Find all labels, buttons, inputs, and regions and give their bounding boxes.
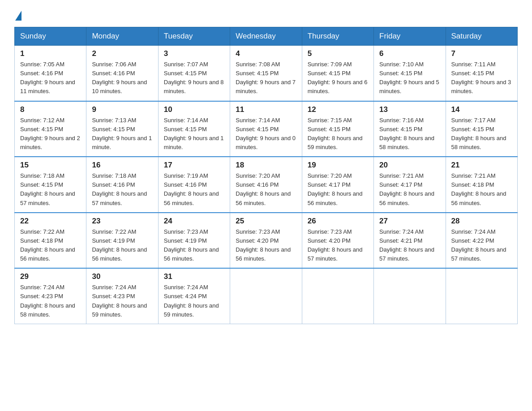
day-number: 5 [308, 49, 369, 58]
calendar-cell: 28 Sunrise: 7:24 AMSunset: 4:22 PMDaylig… [446, 213, 517, 269]
day-number: 4 [236, 49, 297, 58]
day-info: Sunrise: 7:24 AMSunset: 4:22 PMDaylight:… [451, 228, 506, 262]
day-number: 6 [379, 49, 441, 58]
calendar-week-row: 22 Sunrise: 7:22 AMSunset: 4:18 PMDaylig… [15, 213, 518, 269]
day-number: 29 [20, 272, 82, 281]
logo-arrow-icon [15, 11, 21, 21]
calendar-cell [230, 268, 302, 324]
day-number: 30 [92, 272, 153, 281]
calendar-cell: 24 Sunrise: 7:23 AMSunset: 4:19 PMDaylig… [158, 213, 230, 269]
calendar-cell [446, 268, 517, 324]
calendar-cell: 7 Sunrise: 7:11 AMSunset: 4:15 PMDayligh… [446, 46, 517, 101]
calendar-cell: 27 Sunrise: 7:24 AMSunset: 4:21 PMDaylig… [374, 213, 446, 269]
calendar-cell: 8 Sunrise: 7:12 AMSunset: 4:15 PMDayligh… [15, 101, 86, 157]
day-info: Sunrise: 7:24 AMSunset: 4:24 PMDaylight:… [164, 284, 219, 317]
calendar-cell: 25 Sunrise: 7:23 AMSunset: 4:20 PMDaylig… [230, 213, 302, 269]
day-info: Sunrise: 7:23 AMSunset: 4:20 PMDaylight:… [308, 228, 363, 262]
calendar-cell: 16 Sunrise: 7:18 AMSunset: 4:16 PMDaylig… [86, 157, 158, 213]
day-header-tuesday: Tuesday [158, 27, 230, 46]
day-number: 9 [92, 105, 153, 114]
day-info: Sunrise: 7:10 AMSunset: 4:15 PMDaylight:… [379, 61, 439, 94]
day-number: 10 [164, 105, 225, 114]
day-info: Sunrise: 7:12 AMSunset: 4:15 PMDaylight:… [20, 117, 80, 150]
calendar-week-row: 29 Sunrise: 7:24 AMSunset: 4:23 PMDaylig… [15, 268, 518, 324]
calendar-cell: 31 Sunrise: 7:24 AMSunset: 4:24 PMDaylig… [158, 268, 230, 324]
calendar-week-row: 1 Sunrise: 7:05 AMSunset: 4:16 PMDayligh… [15, 46, 518, 101]
day-number: 25 [236, 217, 297, 226]
calendar-cell: 17 Sunrise: 7:19 AMSunset: 4:16 PMDaylig… [158, 157, 230, 213]
day-number: 1 [20, 49, 82, 58]
calendar-table: SundayMondayTuesdayWednesdayThursdayFrid… [14, 27, 518, 324]
day-info: Sunrise: 7:22 AMSunset: 4:18 PMDaylight:… [20, 228, 75, 262]
calendar-cell: 1 Sunrise: 7:05 AMSunset: 4:16 PMDayligh… [15, 46, 86, 101]
calendar-cell: 21 Sunrise: 7:21 AMSunset: 4:18 PMDaylig… [446, 157, 517, 213]
calendar-cell: 29 Sunrise: 7:24 AMSunset: 4:23 PMDaylig… [15, 268, 86, 324]
day-number: 12 [308, 105, 369, 114]
calendar-cell: 11 Sunrise: 7:14 AMSunset: 4:15 PMDaylig… [230, 101, 302, 157]
calendar-cell [374, 268, 446, 324]
day-number: 2 [92, 49, 153, 58]
day-info: Sunrise: 7:15 AMSunset: 4:15 PMDaylight:… [308, 117, 363, 150]
day-header-saturday: Saturday [446, 27, 517, 46]
day-info: Sunrise: 7:17 AMSunset: 4:15 PMDaylight:… [451, 117, 506, 150]
calendar-cell: 10 Sunrise: 7:14 AMSunset: 4:15 PMDaylig… [158, 101, 230, 157]
calendar-cell: 22 Sunrise: 7:22 AMSunset: 4:18 PMDaylig… [15, 213, 86, 269]
day-info: Sunrise: 7:06 AMSunset: 4:16 PMDaylight:… [92, 61, 147, 94]
calendar-cell: 13 Sunrise: 7:16 AMSunset: 4:15 PMDaylig… [374, 101, 446, 157]
day-header-sunday: Sunday [15, 27, 86, 46]
day-info: Sunrise: 7:20 AMSunset: 4:16 PMDaylight:… [236, 172, 291, 206]
day-header-thursday: Thursday [302, 27, 373, 46]
day-number: 23 [92, 217, 153, 226]
logo [14, 11, 22, 19]
day-info: Sunrise: 7:24 AMSunset: 4:23 PMDaylight:… [20, 284, 75, 317]
day-number: 17 [164, 161, 225, 170]
calendar-cell: 9 Sunrise: 7:13 AMSunset: 4:15 PMDayligh… [86, 101, 158, 157]
day-info: Sunrise: 7:18 AMSunset: 4:16 PMDaylight:… [92, 172, 147, 206]
day-number: 21 [451, 161, 513, 170]
day-info: Sunrise: 7:21 AMSunset: 4:18 PMDaylight:… [451, 172, 506, 206]
calendar-cell: 30 Sunrise: 7:24 AMSunset: 4:23 PMDaylig… [86, 268, 158, 324]
day-info: Sunrise: 7:20 AMSunset: 4:17 PMDaylight:… [308, 172, 363, 206]
day-number: 19 [308, 161, 369, 170]
day-header-wednesday: Wednesday [230, 27, 302, 46]
calendar-cell: 4 Sunrise: 7:08 AMSunset: 4:15 PMDayligh… [230, 46, 302, 101]
day-info: Sunrise: 7:05 AMSunset: 4:16 PMDaylight:… [20, 61, 75, 94]
calendar-cell: 5 Sunrise: 7:09 AMSunset: 4:15 PMDayligh… [302, 46, 373, 101]
day-info: Sunrise: 7:13 AMSunset: 4:15 PMDaylight:… [92, 117, 152, 150]
calendar-cell: 14 Sunrise: 7:17 AMSunset: 4:15 PMDaylig… [446, 101, 517, 157]
day-info: Sunrise: 7:22 AMSunset: 4:19 PMDaylight:… [92, 228, 147, 262]
day-number: 28 [451, 217, 513, 226]
calendar-week-row: 8 Sunrise: 7:12 AMSunset: 4:15 PMDayligh… [15, 101, 518, 157]
day-info: Sunrise: 7:24 AMSunset: 4:23 PMDaylight:… [92, 284, 147, 317]
day-info: Sunrise: 7:23 AMSunset: 4:20 PMDaylight:… [236, 228, 291, 262]
day-info: Sunrise: 7:09 AMSunset: 4:15 PMDaylight:… [308, 61, 368, 94]
day-info: Sunrise: 7:21 AMSunset: 4:17 PMDaylight:… [379, 172, 434, 206]
day-info: Sunrise: 7:07 AMSunset: 4:15 PMDaylight:… [164, 61, 224, 94]
calendar-header-row: SundayMondayTuesdayWednesdayThursdayFrid… [15, 27, 518, 46]
day-number: 8 [20, 105, 82, 114]
day-number: 3 [164, 49, 225, 58]
day-number: 22 [20, 217, 82, 226]
day-number: 20 [379, 161, 441, 170]
day-number: 11 [236, 105, 297, 114]
day-number: 7 [451, 49, 513, 58]
day-info: Sunrise: 7:18 AMSunset: 4:15 PMDaylight:… [20, 172, 75, 206]
day-number: 14 [451, 105, 513, 114]
calendar-cell: 20 Sunrise: 7:21 AMSunset: 4:17 PMDaylig… [374, 157, 446, 213]
calendar-cell: 2 Sunrise: 7:06 AMSunset: 4:16 PMDayligh… [86, 46, 158, 101]
calendar-cell: 15 Sunrise: 7:18 AMSunset: 4:15 PMDaylig… [15, 157, 86, 213]
day-header-monday: Monday [86, 27, 158, 46]
calendar-week-row: 15 Sunrise: 7:18 AMSunset: 4:15 PMDaylig… [15, 157, 518, 213]
day-info: Sunrise: 7:14 AMSunset: 4:15 PMDaylight:… [164, 117, 224, 150]
day-info: Sunrise: 7:23 AMSunset: 4:19 PMDaylight:… [164, 228, 219, 262]
day-number: 27 [379, 217, 441, 226]
day-info: Sunrise: 7:19 AMSunset: 4:16 PMDaylight:… [164, 172, 219, 206]
day-info: Sunrise: 7:11 AMSunset: 4:15 PMDaylight:… [451, 61, 511, 94]
calendar-cell: 26 Sunrise: 7:23 AMSunset: 4:20 PMDaylig… [302, 213, 373, 269]
day-number: 24 [164, 217, 225, 226]
day-info: Sunrise: 7:14 AMSunset: 4:15 PMDaylight:… [236, 117, 296, 150]
day-number: 16 [92, 161, 153, 170]
day-number: 15 [20, 161, 82, 170]
calendar-cell: 18 Sunrise: 7:20 AMSunset: 4:16 PMDaylig… [230, 157, 302, 213]
day-number: 31 [164, 272, 225, 281]
